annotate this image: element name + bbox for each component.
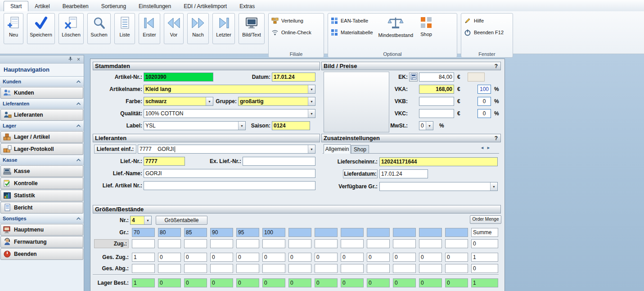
mindestbestand-button[interactable]: Mindestbestand — [377, 15, 415, 38]
vka-field[interactable]: 168,00 — [419, 85, 454, 94]
tab-scroll-arrows[interactable]: ◄► — [480, 146, 493, 150]
size-cell[interactable] — [393, 264, 416, 273]
close-icon[interactable]: × — [77, 57, 80, 62]
sidebar-item-lager-protokoll[interactable]: Lager-Protokoll — [0, 143, 83, 155]
lieferdatum-label[interactable]: Lieferdatum: — [343, 169, 378, 178]
lief-name-field[interactable]: GORJI — [144, 169, 315, 178]
size-cell[interactable] — [341, 239, 364, 248]
size-cell[interactable] — [210, 264, 233, 273]
dropdown-arrow-icon[interactable]: ▼ — [308, 145, 315, 153]
suchen-button[interactable]: Suchen — [87, 13, 111, 44]
sidebar-item-lieferanten[interactable]: Lieferanten — [0, 109, 83, 121]
size-cell[interactable] — [158, 264, 181, 273]
size-cell[interactable]: 0 — [419, 253, 442, 262]
saison-field[interactable]: 0124 — [272, 121, 310, 130]
shop-button[interactable]: Shop — [419, 15, 434, 37]
dropdown-arrow-icon[interactable]: ▼ — [426, 122, 433, 130]
lief-artikel-nr-field[interactable] — [144, 181, 315, 190]
menu-item-start[interactable]: Start — [4, 1, 28, 11]
speichern-button[interactable]: Speichern — [27, 13, 55, 44]
lieferdatum-field[interactable]: 17.01.24 — [379, 169, 428, 178]
size-cell[interactable]: 0 — [367, 253, 390, 262]
sidebar-item-kunden[interactable]: Kunden — [0, 87, 83, 99]
lieferant-einf-field[interactable]: 7777 GORJI ▼ — [138, 145, 315, 154]
artikel-nr-field[interactable]: 1020390 — [144, 73, 213, 82]
size-cell[interactable] — [184, 264, 207, 273]
loeschen-button[interactable]: Löschen — [59, 13, 84, 44]
size-cell[interactable]: 1 — [132, 278, 155, 287]
dropdown-arrow-icon[interactable]: ▼ — [308, 85, 315, 93]
size-cell[interactable]: 70 — [132, 228, 155, 237]
menu-item-extras[interactable]: Extras — [233, 1, 261, 11]
size-cell[interactable] — [132, 239, 155, 248]
size-cell[interactable] — [288, 239, 311, 248]
lieferschein-field[interactable]: 120241171644 — [379, 157, 498, 166]
size-cell[interactable]: 90 — [210, 228, 233, 237]
sidebar-header-lager[interactable]: Lager — [0, 121, 84, 131]
size-cell[interactable]: 95 — [236, 228, 259, 237]
verfuegbare-gr-field[interactable]: ▼ — [379, 182, 498, 191]
size-cell[interactable] — [315, 264, 338, 273]
size-cell[interactable] — [262, 239, 285, 248]
lief-nr-field[interactable]: 7777 — [144, 157, 185, 166]
menu-item-edi-artikelimport[interactable]: EDI / Artikelimport — [177, 1, 233, 11]
size-cell[interactable] — [132, 264, 155, 273]
tab-shop[interactable]: Shop — [351, 145, 369, 154]
size-cell[interactable] — [210, 239, 233, 248]
size-cell[interactable]: 0 — [315, 278, 338, 287]
sidebar-item-fernwartung[interactable]: Fernwartung — [0, 236, 83, 248]
size-cell[interactable] — [262, 264, 285, 273]
size-cell[interactable] — [367, 228, 390, 237]
size-cell[interactable]: 0 — [393, 278, 416, 287]
size-cell[interactable]: 0 — [184, 278, 207, 287]
groessentabelle-button[interactable]: Größentabelle — [156, 216, 207, 225]
size-cell[interactable]: 0 — [341, 253, 364, 262]
order-menge-button[interactable]: Order Menge — [470, 215, 501, 224]
sidebar-header-kunden[interactable]: Kunden — [0, 77, 84, 86]
dropdown-arrow-icon[interactable]: ▼ — [308, 97, 315, 105]
erster-button[interactable]: Erster — [139, 13, 160, 44]
size-cell[interactable] — [367, 264, 390, 273]
size-cell[interactable] — [236, 264, 259, 273]
hilfe-button[interactable]: Hilfe — [464, 15, 510, 27]
label-field[interactable]: YSL ▼ — [144, 121, 246, 130]
size-cell[interactable]: 0 — [158, 253, 181, 262]
sidebar-item-kontrolle[interactable]: Kontrolle — [0, 177, 83, 189]
online-check-button[interactable]: Online-Check — [271, 27, 321, 38]
size-cell[interactable]: 0 — [367, 278, 390, 287]
size-cell[interactable] — [236, 239, 259, 248]
verteilung-button[interactable]: Verteilung — [271, 15, 321, 27]
sidebar-item-lager-artikel[interactable]: Lager / Artikel — [0, 131, 83, 143]
size-cell[interactable]: 0 — [419, 278, 442, 287]
size-cell[interactable] — [445, 239, 468, 248]
size-cell[interactable]: 80 — [158, 228, 181, 237]
size-cell[interactable]: 0 — [236, 253, 259, 262]
menu-item-artikel[interactable]: Artikel — [28, 1, 56, 11]
vkb-percent-field[interactable]: 0 — [477, 97, 491, 106]
size-cell[interactable]: 1 — [132, 253, 155, 262]
ean-tabelle-button[interactable]: EAN-Tabelle — [330, 15, 373, 27]
sidebar-item-statistik[interactable]: Statistik — [0, 190, 83, 201]
ek-field[interactable]: 84,00 — [419, 73, 454, 82]
size-cell[interactable] — [367, 239, 390, 248]
size-cell[interactable]: 100 — [262, 228, 285, 237]
calculator-button[interactable] — [409, 73, 418, 82]
size-cell[interactable]: 0 — [210, 253, 233, 262]
groessen-nr-field[interactable]: 4 ▼ — [130, 216, 152, 225]
menu-item-einstellungen[interactable]: Einstellungen — [132, 1, 177, 11]
size-cell[interactable]: 0 — [315, 253, 338, 262]
size-cell[interactable]: 0 — [341, 278, 364, 287]
size-cell[interactable]: 0 — [445, 278, 468, 287]
size-cell[interactable]: 0 — [393, 253, 416, 262]
menu-item-bearbeiten[interactable]: Bearbeiten — [56, 1, 95, 11]
help-button[interactable]: ? — [495, 135, 498, 141]
datum-field[interactable]: 17.01.24 — [272, 73, 315, 82]
vkb-field[interactable] — [419, 97, 454, 106]
size-cell[interactable]: 0 — [288, 278, 311, 287]
size-cell[interactable]: 0 — [262, 253, 285, 262]
size-cell[interactable]: 0 — [236, 278, 259, 287]
vkc-field[interactable] — [419, 109, 454, 118]
lieferant-einf-label[interactable]: Lieferant einf.: — [94, 145, 136, 154]
size-cell[interactable] — [419, 239, 442, 248]
size-cell[interactable] — [341, 228, 364, 237]
